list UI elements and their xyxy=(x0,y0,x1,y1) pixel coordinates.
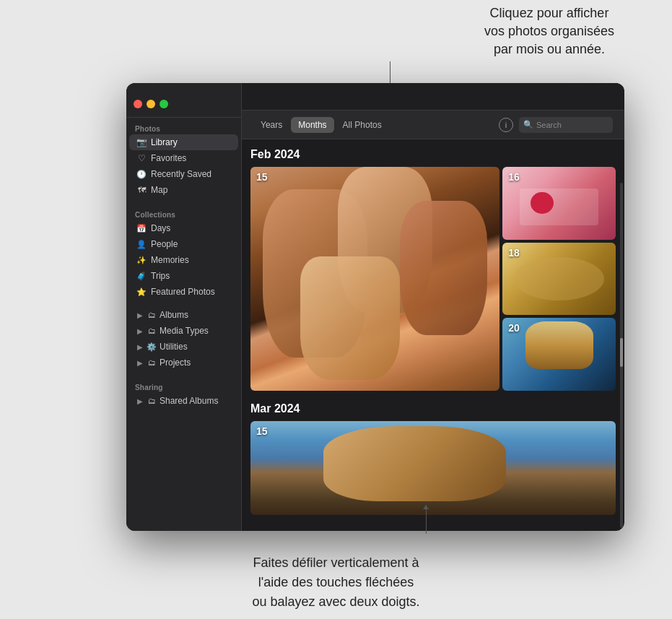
sidebar-label-albums: Albums xyxy=(160,310,188,320)
shared-albums-icon: 🗂 xyxy=(147,396,157,406)
media-types-icon: 🗂 xyxy=(147,326,157,336)
feb-portrait-photo[interactable]: 20 xyxy=(502,318,616,391)
heart-icon: ♡ xyxy=(136,153,147,163)
search-icon: 🔍 xyxy=(523,120,533,129)
clock-icon: 🕐 xyxy=(136,169,147,179)
sidebar-item-recently-saved[interactable]: 🕐 Recently Saved xyxy=(129,166,238,182)
chevron-right-icon-2: ▶ xyxy=(136,327,144,334)
chevron-right-icon-4: ▶ xyxy=(136,359,144,366)
info-button[interactable]: i xyxy=(499,118,513,132)
utilities-icon: ⚙️ xyxy=(147,342,157,352)
feb-cake-count: 16 xyxy=(508,171,520,183)
minimize-button[interactable] xyxy=(147,100,155,108)
sidebar-item-days[interactable]: 📅 Days xyxy=(129,220,238,236)
sidebar-photos-section: Photos xyxy=(126,121,241,134)
sidebar-label-projects: Projects xyxy=(160,358,191,368)
sidebar-label-recently-saved: Recently Saved xyxy=(151,169,211,179)
feb-cake-photo[interactable]: 16 xyxy=(502,167,616,240)
search-placeholder-text: Search xyxy=(536,121,562,129)
tab-months[interactable]: Months xyxy=(291,117,333,133)
feb-side-col: 16 18 xyxy=(502,167,616,391)
sidebar-label-utilities: Utilities xyxy=(160,342,188,352)
library-icon: 📷 xyxy=(136,137,147,147)
feb-food-photo[interactable]: 18 xyxy=(502,243,616,316)
right-top-spacer xyxy=(242,83,624,111)
scroll-bar[interactable] xyxy=(620,183,623,528)
month-section-mar: Mar 2024 15 xyxy=(250,402,616,515)
trips-icon: 🧳 xyxy=(136,271,147,281)
feb-food-count: 18 xyxy=(508,247,520,259)
photos-toolbar: Years Months All Photos i 🔍 Search xyxy=(242,111,624,139)
sidebar-collections-section: Collections xyxy=(126,207,241,220)
map-icon: 🗺 xyxy=(136,185,147,195)
feb-main-photo[interactable]: 15 xyxy=(250,167,499,391)
sidebar-item-shared-albums[interactable]: ▶ 🗂 Shared Albums xyxy=(129,393,238,409)
month-section-feb: Feb 2024 15 xyxy=(250,148,616,391)
days-icon: 📅 xyxy=(136,223,147,233)
tab-years[interactable]: Years xyxy=(253,117,289,133)
sidebar: Photos 📷 Library ♡ Favorites 🕐 Recently … xyxy=(126,83,242,531)
sidebar-label-featured: Featured Photos xyxy=(151,287,215,297)
feb-portrait-count: 20 xyxy=(508,322,520,334)
sidebar-label-days: Days xyxy=(151,223,170,233)
sidebar-item-projects[interactable]: ▶ 🗂 Projects xyxy=(129,355,238,371)
info-icon: i xyxy=(505,121,507,129)
sidebar-item-albums[interactable]: ▶ 🗂 Albums xyxy=(129,307,238,323)
tab-all-photos[interactable]: All Photos xyxy=(336,117,389,133)
annotation-bottom-pointer xyxy=(426,505,427,534)
featured-icon: ⭐ xyxy=(136,287,147,297)
sidebar-item-map[interactable]: 🗺 Map xyxy=(129,182,238,198)
projects-icon: 🗂 xyxy=(147,358,157,368)
sidebar-item-favorites[interactable]: ♡ Favorites xyxy=(129,150,238,166)
mar-month-label: Mar 2024 xyxy=(250,402,616,415)
sidebar-label-map: Map xyxy=(151,185,167,195)
sidebar-sharing-section: Sharing xyxy=(126,379,241,393)
sidebar-item-people[interactable]: 👤 People xyxy=(129,236,238,252)
sidebar-label-trips: Trips xyxy=(151,271,170,281)
view-tabs: Years Months All Photos xyxy=(253,117,389,133)
albums-icon: 🗂 xyxy=(147,310,157,320)
sidebar-label-memories: Memories xyxy=(151,255,189,265)
annotation-bottom: Faites défiler verticalement à l'aide de… xyxy=(0,553,672,612)
annotation-top: Cliquez pour afficher vos photos organis… xyxy=(448,0,650,59)
right-panel: Years Months All Photos i 🔍 Search Feb 2… xyxy=(242,83,624,531)
sidebar-item-library[interactable]: 📷 Library xyxy=(129,134,238,150)
sidebar-item-trips[interactable]: 🧳 Trips xyxy=(129,268,238,284)
sidebar-label-people: People xyxy=(151,239,178,249)
people-icon: 👤 xyxy=(136,239,147,249)
traffic-lights xyxy=(134,100,168,108)
sidebar-item-media-types[interactable]: ▶ 🗂 Media Types xyxy=(129,323,238,339)
sidebar-item-featured[interactable]: ⭐ Featured Photos xyxy=(129,284,238,300)
sidebar-item-utilities[interactable]: ▶ ⚙️ Utilities xyxy=(129,339,238,355)
scroll-thumb[interactable] xyxy=(620,338,623,367)
close-button[interactable] xyxy=(134,100,142,108)
memories-icon: ✨ xyxy=(136,255,147,265)
feb-month-label: Feb 2024 xyxy=(250,148,616,161)
mar-count: 15 xyxy=(256,425,268,437)
sidebar-label-shared-albums: Shared Albums xyxy=(160,396,218,406)
app-window: Photos 📷 Library ♡ Favorites 🕐 Recently … xyxy=(126,83,624,531)
search-box[interactable]: 🔍 Search xyxy=(519,117,613,133)
chevron-right-icon-5: ▶ xyxy=(136,397,144,404)
feb-photo-grid: 15 16 xyxy=(250,167,616,391)
chevron-right-icon: ▶ xyxy=(136,311,144,319)
sidebar-label-media-types: Media Types xyxy=(160,326,209,336)
title-bar xyxy=(126,90,241,118)
sidebar-label-library: Library xyxy=(151,137,178,147)
sidebar-label-favorites: Favorites xyxy=(151,153,186,163)
feb-main-count: 15 xyxy=(256,171,268,183)
photos-content: Feb 2024 15 xyxy=(242,139,624,531)
maximize-button[interactable] xyxy=(160,100,168,108)
chevron-right-icon-3: ▶ xyxy=(136,343,144,350)
mar-main-photo[interactable]: 15 xyxy=(250,421,616,515)
sidebar-item-memories[interactable]: ✨ Memories xyxy=(129,252,238,268)
